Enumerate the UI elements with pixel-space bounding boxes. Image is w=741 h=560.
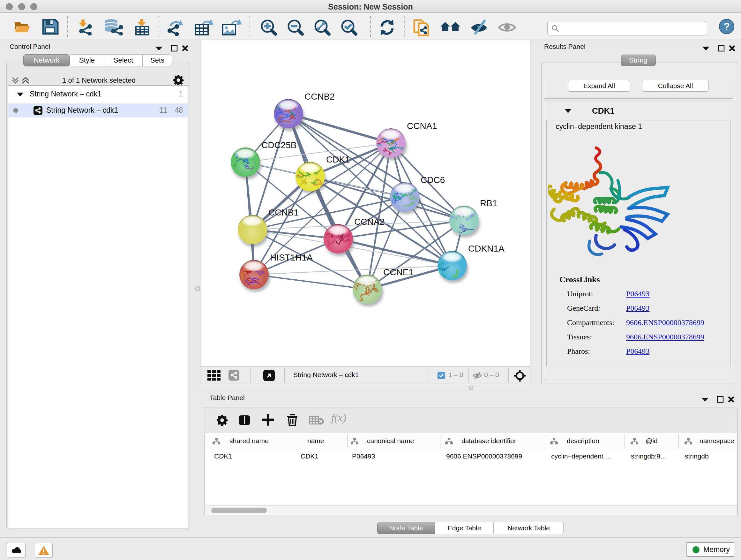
svg-text:CCNB2: CCNB2 xyxy=(305,91,335,102)
svg-text:CCNA1: CCNA1 xyxy=(407,121,437,131)
svg-text:CDC6: CDC6 xyxy=(421,175,445,185)
svg-text:RB1: RB1 xyxy=(480,198,497,208)
svg-text:CCNE1: CCNE1 xyxy=(383,267,414,277)
svg-text:CDC25B: CDC25B xyxy=(261,140,296,150)
svg-text:CDK1: CDK1 xyxy=(326,154,350,165)
svg-text:CCNB1: CCNB1 xyxy=(268,207,299,217)
svg-text:CDKN1A: CDKN1A xyxy=(468,244,504,253)
svg-text:?: ? xyxy=(724,21,730,32)
svg-text:CCNA2: CCNA2 xyxy=(354,217,385,227)
svg-text:HIST1H1A: HIST1H1A xyxy=(270,253,313,262)
